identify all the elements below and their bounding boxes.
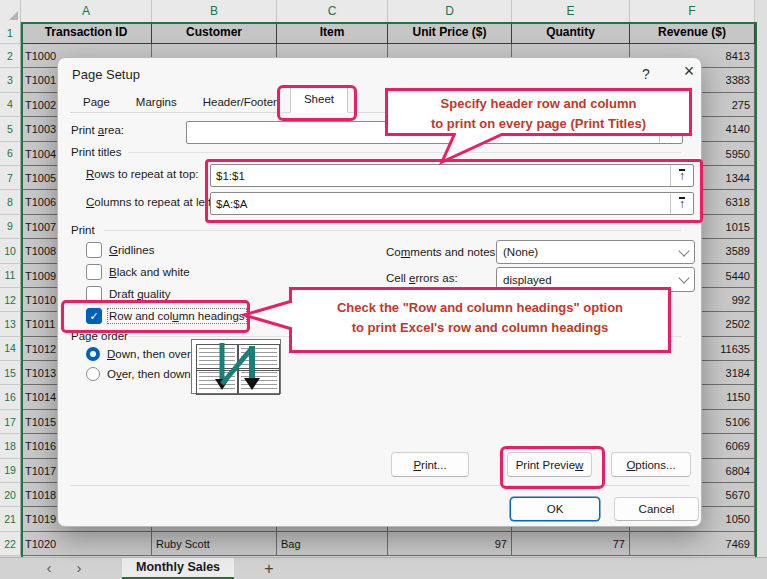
checkbox-draft-quality[interactable]: Draft quality	[86, 286, 170, 302]
cols-to-repeat-field[interactable]: $A:$A ↑	[210, 192, 694, 215]
group-divider	[104, 230, 681, 231]
tab-page[interactable]: Page	[70, 91, 123, 113]
comments-and-notes-dropdown[interactable]: (None)	[496, 240, 695, 264]
column-header-a[interactable]: A	[21, 0, 152, 23]
row-number[interactable]: 10	[0, 239, 21, 263]
row-number[interactable]: 12	[0, 288, 21, 312]
table-row: 22 T1020 Ruby Scott Bag 97 77 7469	[0, 532, 755, 556]
tab-header-footer[interactable]: Header/Footer	[190, 91, 290, 113]
callout-row-column-headings: Check the "Row and column headings" opti…	[289, 287, 671, 353]
sheet-tab-monthly-sales[interactable]: Monthly Sales	[122, 558, 234, 579]
header-cell-item[interactable]: Item	[277, 22, 388, 44]
options-button[interactable]: Options...	[611, 452, 691, 477]
rows-to-repeat-label: Rows to repeat at top:	[86, 168, 199, 180]
header-cell-customer[interactable]: Customer	[152, 22, 277, 44]
radio-icon[interactable]	[86, 367, 100, 381]
page-order-group-label: Page order	[71, 330, 128, 342]
ok-button[interactable]: OK	[510, 497, 600, 521]
radio-over-then-down[interactable]: Over, then down	[86, 366, 191, 382]
cols-to-repeat-label: Columns to repeat at left:	[86, 196, 215, 208]
row-number[interactable]: 8	[0, 190, 21, 214]
table-header-row: 1 Transaction ID Customer Item Unit Pric…	[0, 22, 755, 44]
cell-errors-label: Cell errors as:	[386, 272, 458, 284]
column-header-bar: A B C D E F	[0, 0, 767, 22]
collapse-dialog-icon[interactable]: ↑	[670, 193, 693, 214]
row-number[interactable]: 16	[0, 385, 21, 409]
header-cell-revenue[interactable]: Revenue ($)	[630, 22, 755, 44]
callout-text: Specify header row and column	[388, 94, 689, 114]
header-cell-transaction-id[interactable]: Transaction ID	[21, 22, 152, 44]
row-number[interactable]: 14	[0, 337, 21, 361]
print-titles-group-label: Print titles	[71, 146, 122, 158]
checkbox-row-column-headings[interactable]: ✓ Row and column headings	[86, 308, 245, 324]
row-number[interactable]: 9	[0, 215, 21, 239]
select-all-corner[interactable]	[0, 0, 21, 23]
cell-item[interactable]: Bag	[277, 532, 388, 556]
dialog-title: Page Setup	[72, 67, 140, 82]
row-number[interactable]: 22	[0, 532, 21, 556]
dialog-tabs: Page Margins Header/Footer Sheet	[70, 88, 348, 113]
row-number[interactable]: 11	[0, 264, 21, 288]
checkbox-box[interactable]	[86, 242, 102, 258]
header-cell-unit-price[interactable]: Unit Price ($)	[388, 22, 512, 44]
close-icon[interactable]: ×	[678, 61, 700, 82]
callout-print-titles: Specify header row and column to print o…	[385, 88, 692, 136]
print-group-label: Print	[71, 224, 95, 236]
comments-and-notes-label: Comments and notes:	[386, 246, 499, 258]
row-number[interactable]: 1	[0, 22, 21, 44]
radio-selected-icon[interactable]	[86, 347, 100, 361]
callout-text: Check the "Row and column headings" opti…	[292, 298, 668, 318]
chevron-down-icon[interactable]	[674, 268, 694, 291]
sheet-nav-prev-icon[interactable]: ‹	[40, 558, 58, 579]
help-icon[interactable]: ?	[638, 66, 654, 82]
row-number[interactable]: 6	[0, 142, 21, 166]
row-number[interactable]: 13	[0, 312, 21, 336]
row-number[interactable]: 20	[0, 483, 21, 507]
chevron-down-icon[interactable]	[674, 241, 694, 263]
row-number[interactable]: 7	[0, 166, 21, 190]
cell-transaction-id[interactable]: T1020	[21, 532, 152, 556]
row-number[interactable]: 5	[0, 117, 21, 141]
row-number[interactable]: 3	[0, 68, 21, 92]
add-sheet-icon[interactable]: +	[258, 558, 280, 579]
checkbox-box[interactable]	[86, 286, 102, 302]
page-order-arrow-icon	[192, 340, 280, 393]
print-area-label: Print area:	[71, 124, 124, 136]
checkbox-checked-icon[interactable]: ✓	[86, 308, 102, 324]
row-number[interactable]: 4	[0, 93, 21, 117]
sheet-tab-bar: ‹ › Monthly Sales +	[0, 557, 767, 579]
radio-down-then-over[interactable]: Down, then over	[86, 346, 191, 362]
checkbox-gridlines[interactable]: Gridlines	[86, 242, 154, 258]
column-header-f[interactable]: F	[630, 0, 755, 23]
print-button[interactable]: Print...	[391, 452, 469, 477]
sheet-right-filler	[755, 0, 767, 557]
row-number[interactable]: 18	[0, 434, 21, 458]
header-cell-quantity[interactable]: Quantity	[512, 22, 630, 44]
row-number[interactable]: 21	[0, 507, 21, 531]
callout-text: to print Excel's row and column headings	[292, 318, 668, 338]
column-header-e[interactable]: E	[512, 0, 630, 23]
row-number[interactable]: 2	[0, 44, 21, 68]
rows-to-repeat-field[interactable]: $1:$1 ↑	[210, 164, 694, 187]
cell-customer[interactable]: Ruby Scott	[152, 532, 277, 556]
cancel-button[interactable]: Cancel	[614, 497, 699, 521]
tab-sheet[interactable]: Sheet	[290, 87, 348, 113]
row-number[interactable]: 19	[0, 459, 21, 483]
sheet-nav-next-icon[interactable]: ›	[70, 558, 88, 579]
group-divider	[128, 152, 681, 153]
checkbox-box[interactable]	[86, 264, 102, 280]
tab-margins[interactable]: Margins	[123, 91, 190, 113]
cell-quantity[interactable]: 77	[512, 532, 630, 556]
button-divider	[70, 485, 689, 486]
cell-revenue[interactable]: 7469	[630, 532, 755, 556]
column-header-b[interactable]: B	[152, 0, 277, 23]
print-preview-button[interactable]: Print Preview	[507, 452, 592, 477]
checkbox-black-and-white[interactable]: Black and white	[86, 264, 190, 280]
row-number[interactable]: 15	[0, 361, 21, 385]
row-number[interactable]: 17	[0, 410, 21, 434]
collapse-dialog-icon[interactable]: ↑	[670, 165, 693, 186]
column-header-d[interactable]: D	[388, 0, 512, 23]
column-header-c[interactable]: C	[277, 0, 388, 23]
callout-text: to print on every page (Print Titles)	[388, 114, 689, 134]
cell-unit-price[interactable]: 97	[388, 532, 512, 556]
